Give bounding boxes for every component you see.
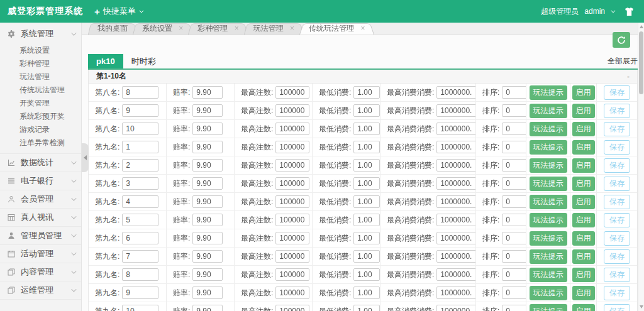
min-spend-input[interactable] <box>353 159 380 172</box>
sort-input[interactable] <box>502 123 526 135</box>
scroll-up-icon[interactable] <box>640 25 643 28</box>
rank-number-input[interactable] <box>122 268 158 281</box>
max-spend-input[interactable] <box>436 159 476 172</box>
sidebar-section-toggle[interactable]: 会员管理 <box>0 190 81 208</box>
sidebar-section-toggle[interactable]: 管理员管理 <box>0 227 81 244</box>
min-spend-input[interactable] <box>353 195 380 208</box>
save-button[interactable]: 保存 <box>604 249 630 264</box>
enable-button[interactable]: 启用 <box>572 286 595 300</box>
enable-button[interactable]: 启用 <box>572 249 595 264</box>
close-icon[interactable]: × <box>235 24 239 33</box>
save-button[interactable]: 保存 <box>604 140 630 155</box>
rank-number-input[interactable] <box>122 232 158 244</box>
max-spend-input[interactable] <box>436 195 476 208</box>
sidebar-section-toggle[interactable]: 内容管理 <box>0 263 81 281</box>
save-button[interactable]: 保存 <box>604 177 630 191</box>
sidebar-item[interactable]: 游戏记录 <box>0 123 81 136</box>
odds-input[interactable] <box>192 232 223 244</box>
sidebar-item[interactable]: 系统设置 <box>0 44 81 57</box>
sidebar-item[interactable]: 系统彩预开奖 <box>0 110 81 123</box>
save-button[interactable]: 保存 <box>604 213 630 227</box>
sidebar-collapse-handle[interactable] <box>82 143 89 172</box>
max-bets-input[interactable] <box>275 104 309 117</box>
max-bets-input[interactable] <box>275 159 309 172</box>
rank-number-input[interactable] <box>122 250 158 263</box>
close-icon[interactable]: × <box>360 24 365 33</box>
rank-number-input[interactable] <box>122 123 158 135</box>
game-tab[interactable]: pk10 <box>88 54 123 68</box>
odds-input[interactable] <box>192 123 223 135</box>
sort-input[interactable] <box>502 214 526 226</box>
save-button[interactable]: 保存 <box>604 304 630 311</box>
save-button[interactable]: 保存 <box>604 122 630 136</box>
play-tip-button[interactable]: 玩法提示 <box>530 231 567 246</box>
sidebar-item[interactable]: 彩种管理 <box>0 57 81 70</box>
theme-shirt-icon[interactable] <box>625 8 634 16</box>
sort-input[interactable] <box>502 86 526 99</box>
save-button[interactable]: 保存 <box>604 158 630 173</box>
max-bets-input[interactable] <box>275 214 309 226</box>
min-spend-input[interactable] <box>353 232 380 244</box>
odds-input[interactable] <box>192 141 223 153</box>
max-spend-input[interactable] <box>436 86 476 99</box>
close-icon[interactable]: × <box>179 24 183 33</box>
username-menu[interactable]: admin <box>584 7 605 16</box>
odds-input[interactable] <box>192 104 223 117</box>
max-spend-input[interactable] <box>436 286 476 299</box>
play-tip-button[interactable]: 玩法提示 <box>530 85 567 100</box>
quick-menu-button[interactable]: + 快捷菜单 <box>94 6 142 17</box>
enable-button[interactable]: 启用 <box>572 122 595 136</box>
sidebar-item[interactable]: 注单异常检测 <box>0 136 81 150</box>
sort-input[interactable] <box>502 159 526 172</box>
enable-button[interactable]: 启用 <box>572 195 595 209</box>
max-bets-input[interactable] <box>275 232 309 244</box>
max-bets-input[interactable] <box>275 195 309 208</box>
save-button[interactable]: 保存 <box>604 268 630 282</box>
min-spend-input[interactable] <box>353 86 380 99</box>
sort-input[interactable] <box>502 195 526 208</box>
odds-input[interactable] <box>192 214 223 226</box>
play-tip-button[interactable]: 玩法提示 <box>530 140 567 155</box>
sort-input[interactable] <box>502 305 526 311</box>
save-button[interactable]: 保存 <box>604 231 630 246</box>
sidebar-item[interactable]: 玩法管理 <box>0 70 81 84</box>
sidebar-item[interactable]: 开奖管理 <box>0 97 81 110</box>
workspace-tab[interactable]: 传统玩法管理 × <box>299 22 374 35</box>
max-spend-input[interactable] <box>436 232 476 244</box>
min-spend-input[interactable] <box>353 214 380 226</box>
save-button[interactable]: 保存 <box>604 104 630 118</box>
max-bets-input[interactable] <box>275 123 309 135</box>
sort-input[interactable] <box>502 232 526 244</box>
max-spend-input[interactable] <box>436 177 476 190</box>
save-button[interactable]: 保存 <box>604 286 630 300</box>
scroll-down-icon[interactable] <box>640 305 643 308</box>
enable-button[interactable]: 启用 <box>572 304 595 311</box>
rank-number-input[interactable] <box>122 195 158 208</box>
min-spend-input[interactable] <box>353 123 380 135</box>
play-tip-button[interactable]: 玩法提示 <box>530 177 567 191</box>
sidebar-section-toggle[interactable]: 数据统计 <box>0 154 81 172</box>
sidebar-section-toggle[interactable]: 电子银行 <box>0 172 81 190</box>
close-icon[interactable]: × <box>290 24 294 33</box>
sort-input[interactable] <box>502 104 526 117</box>
min-spend-input[interactable] <box>353 305 380 311</box>
odds-input[interactable] <box>192 250 223 263</box>
play-tip-button[interactable]: 玩法提示 <box>530 104 567 118</box>
play-tip-button[interactable]: 玩法提示 <box>530 158 567 173</box>
odds-input[interactable] <box>192 286 223 299</box>
max-spend-input[interactable] <box>436 104 476 117</box>
play-tip-button[interactable]: 玩法提示 <box>530 195 567 209</box>
workspace-tab[interactable]: 彩种管理 × <box>188 22 248 35</box>
odds-input[interactable] <box>192 195 223 208</box>
rank-number-input[interactable] <box>122 141 158 153</box>
max-spend-input[interactable] <box>436 305 476 311</box>
min-spend-input[interactable] <box>353 286 380 299</box>
max-bets-input[interactable] <box>275 141 309 153</box>
sidebar-section-toggle[interactable]: 真人视讯 <box>0 209 81 226</box>
min-spend-input[interactable] <box>353 177 380 190</box>
rank-number-input[interactable] <box>122 305 158 311</box>
odds-input[interactable] <box>192 177 223 190</box>
sidebar-section-toggle[interactable]: 活动管理 <box>0 245 81 263</box>
sort-input[interactable] <box>502 177 526 190</box>
enable-button[interactable]: 启用 <box>572 104 595 118</box>
